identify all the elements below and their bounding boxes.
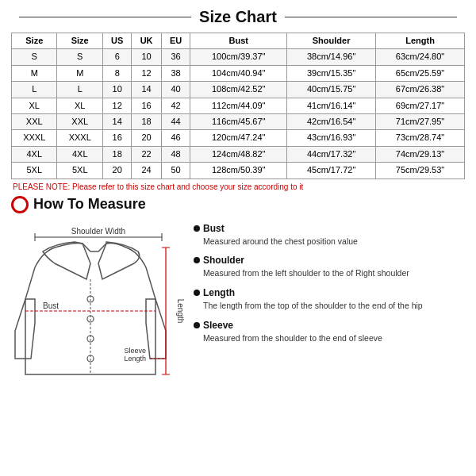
title-line-left (19, 17, 191, 17)
table-cell: 10 (102, 82, 131, 98)
jacket-illustration: Shoulder Width (11, 220, 186, 397)
table-row: 4XL4XL182248124cm/48.82"44cm/17.32"74cm/… (12, 146, 465, 162)
measure-item: BustMeasured around the chest position v… (194, 223, 465, 248)
svg-text:Shoulder Width: Shoulder Width (71, 227, 125, 236)
table-row: XLXL121642112cm/44.09"41cm/16.14"69cm/27… (12, 98, 465, 113)
how-to-title: How To Measure (33, 196, 146, 213)
svg-text:Bust: Bust (43, 301, 59, 310)
table-cell: 44cm/17.32" (287, 146, 376, 162)
bottom-section: Shoulder Width (11, 220, 465, 397)
please-note: PLEASE NOTE: Please refer to this size c… (11, 182, 465, 191)
page: Size Chart SizeSizeUSUKEUBustShoulderLen… (0, 0, 476, 476)
title-row: Size Chart (11, 8, 465, 26)
svg-text:Length: Length (124, 355, 146, 363)
title-line-right (285, 17, 457, 17)
table-row: XXXLXXXL162046120cm/47.24"43cm/16.93"73c… (12, 130, 465, 146)
table-cell: 128cm/50.39" (190, 163, 287, 178)
table-cell: 4XL (12, 146, 57, 162)
measure-desc-text: Measured around the chest position value (194, 236, 465, 248)
svg-text:Sleeve: Sleeve (124, 347, 146, 355)
table-cell: 12 (102, 98, 131, 113)
table-cell: 50 (161, 163, 190, 178)
measure-title-text: Shoulder (203, 255, 244, 266)
measure-title: Length (194, 287, 465, 298)
measurements-list: BustMeasured around the chest position v… (194, 220, 465, 352)
measure-title: Sleeve (194, 320, 465, 331)
table-cell: 100cm/39.37" (190, 49, 287, 65)
table-cell: 5XL (12, 163, 57, 178)
svg-text:Length: Length (176, 298, 185, 323)
table-cell: 65cm/25.59" (376, 65, 465, 81)
table-row: LL101440108cm/42.52"40cm/15.75"67cm/26.3… (12, 82, 465, 98)
table-cell: 104cm/40.94" (190, 65, 287, 81)
table-header-cell: EU (161, 33, 190, 49)
table-cell: L (57, 82, 102, 98)
table-row: MM81238104cm/40.94"39cm/15.35"65cm/25.59… (12, 65, 465, 81)
table-cell: 14 (132, 82, 161, 98)
size-table: SizeSizeUSUKEUBustShoulderLength SS61036… (11, 33, 465, 179)
table-cell: XL (12, 98, 57, 113)
table-body: SS61036100cm/39.37"38cm/14.96"63cm/24.80… (12, 49, 465, 178)
table-row: XXLXXL141844116cm/45.67"42cm/16.54"71cm/… (12, 113, 465, 129)
table-header-cell: UK (132, 33, 161, 49)
table-header-cell: Shoulder (287, 33, 376, 49)
table-cell: 22 (132, 146, 161, 162)
measure-desc-text: The length from the top of the shoulder … (194, 300, 465, 312)
table-cell: 16 (132, 98, 161, 113)
table-cell: 42 (161, 98, 190, 113)
table-cell: 46 (161, 130, 190, 146)
table-cell: 14 (102, 113, 131, 129)
table-cell: 5XL (57, 163, 102, 178)
table-cell: 20 (102, 163, 131, 178)
table-cell: 63cm/24.80" (376, 49, 465, 65)
table-cell: 67cm/26.38" (376, 82, 465, 98)
table-cell: 75cm/29.53" (376, 163, 465, 178)
table-cell: 4XL (57, 146, 102, 162)
measure-title: Shoulder (194, 255, 465, 266)
table-header-cell: Size (57, 33, 102, 49)
table-row: SS61036100cm/39.37"38cm/14.96"63cm/24.80… (12, 49, 465, 65)
table-cell: 16 (102, 130, 131, 146)
table-cell: 38 (161, 65, 190, 81)
bullet-icon (194, 225, 200, 232)
table-cell: 74cm/29.13" (376, 146, 465, 162)
table-cell: 120cm/47.24" (190, 130, 287, 146)
table-cell: 10 (132, 49, 161, 65)
measure-item: LengthThe length from the top of the sho… (194, 287, 465, 312)
table-cell: XL (57, 98, 102, 113)
table-cell: 6 (102, 49, 131, 65)
table-row: 5XL5XL202450128cm/50.39"45cm/17.72"75cm/… (12, 163, 465, 178)
measure-desc-text: Measured from the shoulder to the end of… (194, 332, 465, 344)
table-cell: 41cm/16.14" (287, 98, 376, 113)
table-header-cell: Length (376, 33, 465, 49)
table-cell: 116cm/45.67" (190, 113, 287, 129)
table-header-cell: Bust (190, 33, 287, 49)
table-cell: M (57, 65, 102, 81)
table-cell: S (12, 49, 57, 65)
table-cell: 44 (161, 113, 190, 129)
table-cell: M (12, 65, 57, 81)
table-cell: 73cm/28.74" (376, 130, 465, 146)
bullet-icon (194, 257, 200, 263)
table-header-row: SizeSizeUSUKEUBustShoulderLength (12, 33, 465, 49)
red-circle-icon (11, 196, 29, 213)
table-cell: 38cm/14.96" (287, 49, 376, 65)
bullet-icon (194, 322, 200, 328)
measure-desc-text: Measured from the left shoulder to the o… (194, 267, 465, 279)
table-cell: 40cm/15.75" (287, 82, 376, 98)
measure-title-text: Length (203, 287, 235, 298)
measure-title: Bust (194, 223, 465, 234)
table-cell: 36 (161, 49, 190, 65)
measure-title-text: Bust (203, 223, 225, 234)
table-cell: 48 (161, 146, 190, 162)
table-cell: 45cm/17.72" (287, 163, 376, 178)
table-cell: L (12, 82, 57, 98)
table-cell: 71cm/27.95" (376, 113, 465, 129)
bullet-icon (194, 290, 200, 296)
table-cell: XXXL (12, 130, 57, 146)
table-cell: 112cm/44.09" (190, 98, 287, 113)
table-cell: 18 (102, 146, 131, 162)
table-cell: XXL (12, 113, 57, 129)
table-cell: 69cm/27.17" (376, 98, 465, 113)
page-title: Size Chart (199, 8, 277, 26)
